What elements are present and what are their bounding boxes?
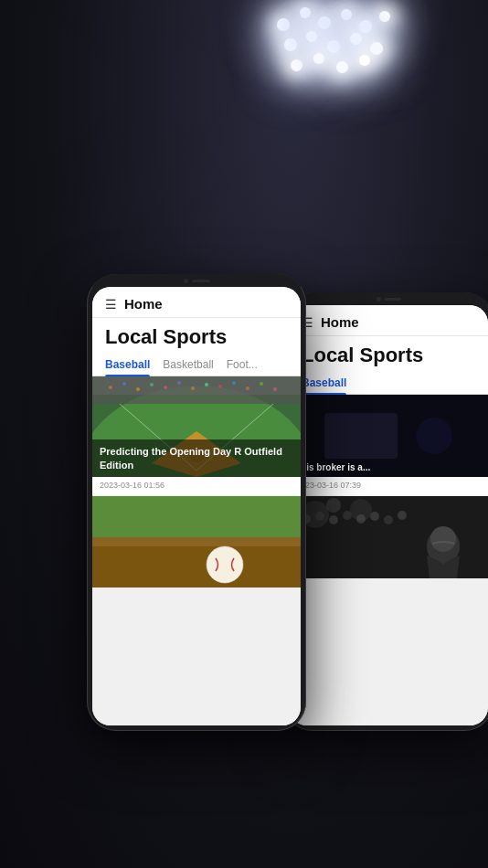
svg-point-39 (315, 512, 324, 521)
phone2-card1-timestamp: 2023-03-16 07:39 (289, 477, 488, 495)
svg-point-16 (232, 381, 236, 385)
phone1-card1-title: Predicting the Opening Day R Outfield Ed… (92, 439, 301, 477)
phone1-screen: ☰ Home Local Sports Baseball Basketball … (92, 287, 301, 725)
phone1-card2-image-container (92, 496, 301, 587)
phone-1: ☰ Home Local Sports Baseball Basketball … (87, 274, 306, 731)
tab-baseball[interactable]: Baseball (105, 353, 150, 376)
phone2-card1-title: This broker is a... (289, 458, 488, 477)
svg-point-44 (384, 515, 393, 524)
svg-point-19 (273, 387, 277, 391)
phone1-card-2[interactable] (92, 496, 301, 587)
svg-point-7 (109, 386, 112, 389)
phone2-card2-image-container (289, 496, 488, 578)
svg-point-11 (164, 386, 167, 389)
phone1-content: Predicting the Opening Day R Outfield Ed… (92, 376, 301, 725)
phone1-card1-image-container: Predicting the Opening Day R Outfield Ed… (92, 376, 301, 477)
baseball-closeup-svg (92, 496, 301, 587)
phone2-card-1[interactable]: This broker is a... 2023-03-16 07:39 (289, 395, 488, 495)
svg-point-42 (356, 514, 366, 524)
phone2-app-header: ☰ Home (289, 305, 488, 336)
svg-point-17 (246, 386, 249, 390)
phone2-tab-baseball[interactable]: Baseball (302, 371, 346, 394)
svg-point-34 (326, 498, 341, 513)
svg-point-8 (122, 382, 126, 386)
phone2-screen: ☰ Home Local Sports Baseball This brok (289, 305, 488, 725)
svg-point-9 (136, 387, 140, 391)
phone2-top-bar (283, 292, 488, 305)
phone1-card-1[interactable]: Predicting the Opening Day R Outfield Ed… (92, 376, 301, 495)
phone2-header-title: Home (321, 314, 359, 330)
svg-point-12 (177, 381, 181, 385)
svg-point-18 (260, 382, 263, 386)
phone1-app-header: ☰ Home (92, 287, 301, 318)
svg-point-10 (150, 383, 154, 386)
phone2-card1-image-container: This broker is a... (289, 395, 488, 477)
phone2-card-2[interactable] (289, 496, 488, 578)
phone2-camera (377, 297, 381, 302)
phone2-tabs: Baseball (289, 371, 488, 395)
phone1-speaker (192, 280, 210, 282)
svg-point-41 (343, 511, 352, 520)
phone1-page-title: Local Sports (92, 318, 301, 353)
svg-rect-25 (92, 546, 301, 587)
phone1-menu-icon[interactable]: ☰ (105, 298, 117, 311)
svg-point-14 (205, 383, 208, 386)
svg-point-15 (218, 385, 222, 388)
svg-point-40 (329, 515, 338, 524)
phone1-card1-timestamp: 2023-03-16 01:56 (92, 477, 301, 495)
svg-rect-6 (92, 376, 301, 395)
tab-basketball[interactable]: Basketball (163, 353, 213, 376)
phone2-content: This broker is a... 2023-03-16 07:39 (289, 395, 488, 725)
phone1-header-title: Home (124, 296, 163, 312)
phone2-speaker (385, 298, 401, 301)
phone2-page-title: Local Sports (289, 336, 488, 371)
tab-football[interactable]: Foot... (227, 353, 258, 376)
phone1-tabs: Baseball Basketball Foot... (92, 353, 301, 376)
svg-point-13 (191, 386, 195, 390)
svg-point-45 (398, 511, 407, 520)
phone1-top-bar (87, 274, 306, 287)
svg-rect-29 (324, 413, 398, 459)
phone1-camera (184, 279, 188, 283)
phone-2: ☰ Home Local Sports Baseball This brok (283, 292, 488, 731)
svg-point-43 (370, 512, 379, 521)
svg-rect-23 (92, 496, 301, 537)
svg-point-36 (430, 526, 456, 552)
action-card-svg (289, 496, 488, 578)
svg-point-30 (416, 418, 452, 454)
